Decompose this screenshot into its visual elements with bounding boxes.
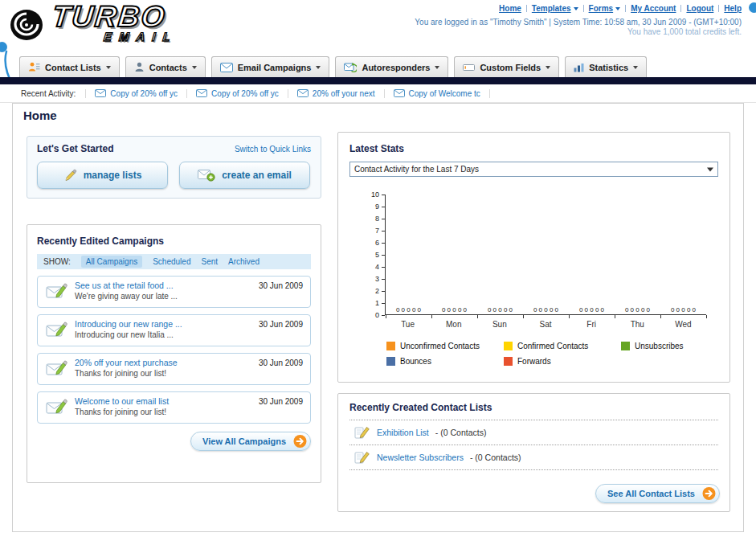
y-tick-label: 3 [363,275,379,283]
y-tick-label: 7 [363,227,379,235]
y-tick [382,231,385,231]
login-status: You are logged in as "Timothy Smith" | S… [415,18,742,27]
contact-list-link[interactable]: Exhibition List [377,428,429,437]
envelope-pencil-icon [46,359,68,378]
top-link-label: Help [724,4,742,13]
top-link-logout[interactable]: Logout [686,4,713,13]
contact-list-detail: - (0 Contacts) [470,453,521,462]
recent-activity-items: Copy of 20% off ycCopy of 20% off yc20% … [85,89,489,98]
get-started-button-manage-lists[interactable]: manage lists [37,162,168,189]
chevron-down-icon [633,66,638,69]
chevron-down-icon [106,66,111,69]
legend-item: Forwards [504,357,621,366]
campaign-list: See us at the retail food ...We're givin… [37,276,311,424]
recent-activity-item[interactable]: Copy of Welcome tc [385,89,490,98]
latest-stats-title: Latest Stats [349,143,404,154]
separator [718,5,719,12]
y-tick [382,207,385,207]
separator [625,5,626,12]
recent-activity-label: Recent Activity: [21,89,76,98]
nav-tab-email-campaigns[interactable]: Email Campaigns [211,56,330,77]
nav-tab-contacts[interactable]: Contacts [125,56,206,77]
x-axis-label: Fri [569,320,615,329]
y-tick [382,291,385,292]
envelope-icon [196,89,207,97]
nav-tab-label: Contacts [149,63,187,72]
top-link-templates[interactable]: Templates [532,4,578,13]
y-tick [382,279,385,280]
campaign-subtitle: Introducing our new Italia ... [75,330,304,339]
contact-list-items: Exhibition List - (0 Contacts)Newsletter… [349,420,718,470]
campaign-filter-archived[interactable]: Archived [228,257,259,266]
recent-activity-link: Copy of Welcome tc [409,89,480,98]
recent-activity-item[interactable]: 20% off your next [288,89,385,98]
top-link-help[interactable]: Help [724,4,742,13]
see-all-contact-lists-label: See All Contact Lists [607,489,695,498]
y-tick [382,303,385,304]
chevron-down-icon [707,167,713,171]
chevron-down-icon [574,7,578,10]
legend-swatch [504,342,513,350]
campaigns-title: Recently Edited Campaigns [37,236,164,247]
switch-quick-links[interactable]: Switch to Quick Links [235,145,311,154]
y-tick [382,195,385,195]
recent-activity-item[interactable]: Copy of 20% off yc [187,89,288,98]
arrow-circle-icon [293,435,307,449]
logo-title: TURBO [51,2,179,31]
x-axis-label: Thu [615,320,660,329]
content-frame: Home Let's Get Started Switch to Quick L… [12,103,744,532]
contact-list-link[interactable]: Newsletter Subscribers [377,453,464,462]
campaign-filter-sent[interactable]: Sent [201,257,218,266]
campaign-date: 30 Jun 2009 [259,358,303,367]
y-tick [382,243,385,244]
legend-swatch [621,342,630,350]
contact-list-detail: - (0 Contacts) [435,428,487,437]
nav-tab-contact-lists[interactable]: Contact Lists [19,56,120,77]
campaign-filter-all-campaigns[interactable]: All Campaigns [81,256,142,268]
nav-tab-custom-fields[interactable]: Custom Fields [454,56,559,77]
credits-remaining: You have 1,000 total credits left. [627,27,742,36]
autoresponders-icon [344,62,357,72]
campaign-filters: SHOW: All CampaignsScheduledSentArchived [37,254,311,269]
nav-tab-label: Custom Fields [480,63,541,72]
x-axis-labels: TueMonSunSatFriThuWed [385,320,706,329]
view-all-row: View All Campaigns [37,432,311,451]
separator [526,5,527,12]
pencil-icon [63,169,77,182]
x-axis-label: Mon [431,320,476,329]
legend-swatch [386,342,395,350]
see-all-contact-lists-button[interactable]: See All Contact Lists [595,484,720,503]
recent-activity-item[interactable]: Copy of 20% off yc [85,89,187,98]
campaign-filter-scheduled[interactable]: Scheduled [153,257,190,266]
view-all-campaigns-button[interactable]: View All Campaigns [190,432,311,451]
latest-stats-panel: Latest Stats Contact Activity for the La… [337,132,730,383]
separator [583,5,584,12]
get-started-button-create-an-email[interactable]: create an email [179,162,310,189]
campaign-date: 30 Jun 2009 [259,397,303,406]
y-tick-label: 10 [363,191,379,199]
pencil-note-icon [354,425,370,440]
y-tick [382,315,385,316]
stats-chart: 0 0 0 0 00 0 0 0 00 0 0 0 00 0 0 0 00 0 … [385,195,706,315]
nav-tab-statistics[interactable]: Statistics [565,56,647,77]
turbo-swirl-icon [10,6,50,43]
y-tick-label: 0 [363,311,379,319]
y-tick [382,219,385,219]
view-all-campaigns-label: View All Campaigns [202,436,286,446]
top-link-home[interactable]: Home [499,4,521,13]
top-link-my-account[interactable]: My Account [631,4,676,13]
recent-activity-link: 20% off your next [313,89,375,98]
y-tick [382,255,385,256]
app-logo: TURBO EMAIL [10,2,178,43]
contacts-icon [134,62,145,72]
top-link-forms[interactable]: Forms [589,4,621,13]
y-tick-label: 4 [363,263,379,271]
envelope-pencil-icon [46,398,68,416]
x-axis-label: Tue [385,320,431,329]
recent-activity-bar: Recent Activity: Copy of 20% off ycCopy … [0,84,756,103]
campaign-item: Introducing our new range ...Introducing… [37,314,311,346]
stats-period-select[interactable]: Contact Activity for the Last 7 Days [349,162,718,177]
legend-item: Bounces [386,357,504,366]
campaign-item: See us at the retail food ...We're givin… [37,276,311,308]
nav-tab-autoresponders[interactable]: Autoresponders [335,56,448,77]
